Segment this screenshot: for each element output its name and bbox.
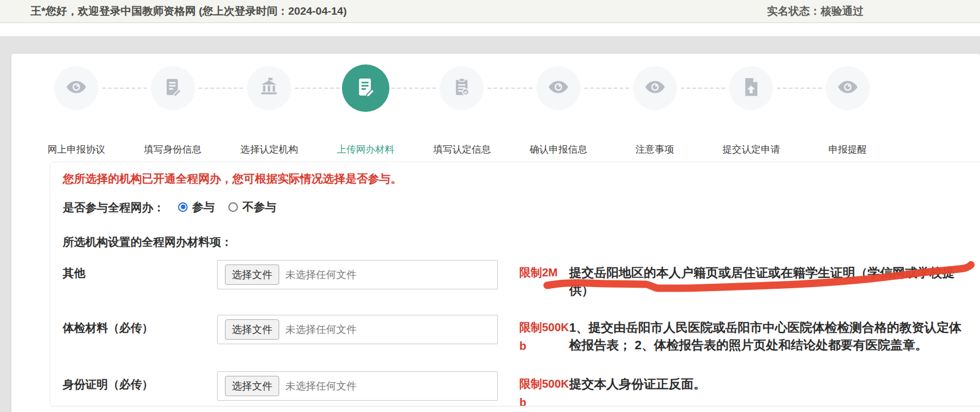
- material-name: 身份证明（必传）: [63, 371, 217, 392]
- step-label-9: 申报提醒: [800, 143, 896, 156]
- step-circle-5: [440, 66, 484, 110]
- participate-row: 是否参与全程网办： 参与不参与: [63, 200, 980, 215]
- file-input-column: 选择文件未选择任何文件: [217, 371, 519, 401]
- materials-list: 其他选择文件未选择任何文件限制2M提交岳阳地区的本人户籍页或居住证或在籍学生证明…: [63, 260, 980, 407]
- file-input[interactable]: 选择文件未选择任何文件: [217, 260, 498, 289]
- step-circle-3: [247, 66, 291, 110]
- document-edit-icon: [354, 76, 377, 101]
- radio-selected-icon[interactable]: [178, 202, 188, 212]
- file-input[interactable]: 选择文件未选择任何文件: [217, 315, 498, 344]
- step-circle-1: [54, 66, 98, 110]
- size-limit: 限制500Kb: [519, 371, 569, 407]
- participate-label: 是否参与全程网办：: [63, 200, 164, 215]
- step-label-6: 确认申报信息: [510, 143, 606, 156]
- step-circle-6: [536, 66, 580, 110]
- step-connector: [584, 88, 629, 89]
- eye-icon: [837, 76, 858, 100]
- participate-options: 参与不参与: [164, 200, 276, 215]
- material-name: 体检材料（必传）: [63, 315, 217, 336]
- online-process-notice: 您所选择的机构已开通全程网办，您可根据实际情况选择是否参与。: [63, 171, 980, 186]
- step-label-2: 填写身份信息: [125, 143, 221, 156]
- bank-icon: [258, 76, 280, 100]
- file-input[interactable]: 选择文件未选择任何文件: [217, 371, 498, 401]
- step-connector: [681, 88, 726, 89]
- participate-option-label[interactable]: 不参与: [242, 200, 276, 214]
- size-limit: 限制2M: [519, 260, 569, 282]
- eye-icon: [66, 76, 87, 100]
- user-greeting: 王*您好，欢迎登录中国教师资格网 (您上次登录时间：2024-04-14): [31, 0, 347, 23]
- header-gap: [0, 23, 980, 36]
- material-name: 其他: [63, 260, 217, 281]
- material-row: 身份证明（必传）选择文件未选择任何文件限制500Kb提交本人身份证正反面。: [63, 371, 980, 407]
- step-label-5: 填写认定信息: [414, 143, 510, 156]
- material-row: 体检材料（必传）选择文件未选择任何文件限制500Kb1、提交由岳阳市人民医院或岳…: [63, 315, 980, 355]
- choose-file-button[interactable]: 选择文件: [225, 319, 279, 340]
- file-placeholder: 未选择任何文件: [285, 323, 357, 336]
- step-label-8: 提交认定申请: [703, 143, 799, 156]
- file-input-column: 选择文件未选择任何文件: [217, 315, 519, 344]
- step-connector: [199, 88, 244, 89]
- step-label-1: 网上申报协议: [28, 143, 124, 156]
- materials-panel: 您所选择的机构已开通全程网办，您可根据实际情况选择是否参与。 是否参与全程网办：…: [50, 162, 980, 406]
- step-circle-2: [151, 66, 195, 110]
- file-input-column: 选择文件未选择任何文件: [217, 260, 519, 289]
- participate-option-2[interactable]: 不参与: [228, 200, 276, 214]
- material-row: 其他选择文件未选择任何文件限制2M提交岳阳地区的本人户籍页或居住证或在籍学生证明…: [63, 260, 980, 299]
- step-connector: [488, 88, 532, 89]
- page: 王*您好，欢迎登录中国教师资格网 (您上次登录时间：2024-04-14) 实名…: [0, 0, 980, 412]
- file-placeholder: 未选择任何文件: [285, 379, 357, 393]
- step-connector: [102, 88, 147, 89]
- step-connector: [295, 88, 340, 89]
- radio-unselected-icon[interactable]: [228, 202, 238, 212]
- topbar: 王*您好，欢迎登录中国教师资格网 (您上次登录时间：2024-04-14) 实名…: [0, 0, 980, 23]
- step-label-3: 选择认定机构: [221, 143, 317, 156]
- material-description: 提交岳阳地区的本人户籍页或居住证或在籍学生证明（学信网或学校提供）: [569, 260, 965, 299]
- choose-file-button[interactable]: 选择文件: [225, 264, 279, 285]
- clipboard-check-icon: [451, 76, 472, 100]
- step-circle-8: [729, 66, 773, 110]
- eye-icon: [644, 76, 666, 100]
- file-placeholder: 未选择任何文件: [285, 268, 357, 281]
- main-card: 网上申报协议 填写身份信息 选择认定机构 上传网办材料 填写认定信息 确认申报信…: [11, 54, 980, 412]
- material-description: 提交本人身份证正反面。: [569, 371, 965, 393]
- step-connector: [777, 88, 822, 89]
- stepper: 网上申报协议 填写身份信息 选择认定机构 上传网办材料 填写认定信息 确认申报信…: [11, 54, 980, 161]
- choose-file-button[interactable]: 选择文件: [225, 376, 279, 396]
- participate-option-label[interactable]: 参与: [192, 200, 215, 214]
- materials-title: 所选机构设置的全程网办材料项：: [63, 235, 980, 249]
- document-edit-icon: [162, 76, 184, 100]
- step-circle-7: [633, 66, 677, 110]
- step-circle-4: [342, 64, 389, 112]
- step-connector: [392, 88, 436, 89]
- material-description: 1、提交由岳阳市人民医院或岳阳市中心医院体检检测合格的教资认定体检报告表； 2、…: [569, 315, 965, 354]
- step-circle-9: [826, 66, 870, 110]
- realname-status: 实名状态：核验通过: [767, 0, 864, 23]
- step-label-7: 注意事项: [607, 143, 703, 156]
- participate-option-1[interactable]: 参与: [178, 200, 215, 214]
- eye-icon: [548, 76, 569, 100]
- file-upload-icon: [740, 76, 762, 100]
- step-label-4: 上传网办材料: [318, 143, 414, 156]
- size-limit: 限制500Kb: [519, 315, 569, 355]
